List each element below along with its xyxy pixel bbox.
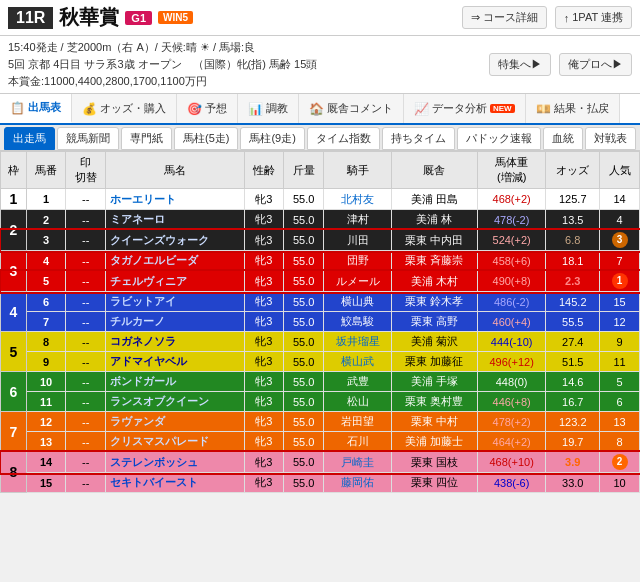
table-row: 712--ラヴァンダ牝355.0岩田望栗東 中村478(+2)123.213 <box>1 412 640 432</box>
horse-name[interactable]: クイーンズウォーク <box>106 230 244 251</box>
waku-cell: 2 <box>1 210 27 251</box>
subtab-matchup[interactable]: 対戦表 <box>585 127 636 150</box>
tab-prediction[interactable]: 🎯 予想 <box>177 94 238 123</box>
subtab-time-index[interactable]: タイム指数 <box>307 127 380 150</box>
win5-badge: WIN5 <box>158 11 193 24</box>
waku-cell: 8 <box>1 452 27 493</box>
horse-name[interactable]: ステレンボッシュ <box>106 452 244 473</box>
table-row: 3--クイーンズウォーク牝355.0川田栗東 中内田524(+2)6.83 <box>1 230 640 251</box>
race-line1: 15:40発走 / 芝2000m（右 A）/ 天候:晴 ☀ / 馬場:良 <box>8 40 317 55</box>
subtab-bloodline[interactable]: 血統 <box>543 127 583 150</box>
subtab-chart9[interactable]: 馬柱(9走) <box>240 127 304 150</box>
race-info-right: 特集へ▶ 俺プロへ▶ <box>489 53 632 76</box>
horse-name[interactable]: クリスマスパレード <box>106 432 244 452</box>
stable: 栗東 四位 <box>391 473 477 493</box>
weight: 55.0 <box>284 292 324 312</box>
horse-number: 12 <box>26 412 66 432</box>
horse-name[interactable]: チルカーノ <box>106 312 244 332</box>
horse-name[interactable]: ラヴァンダ <box>106 412 244 432</box>
horse-mark[interactable]: -- <box>66 230 106 251</box>
weight: 55.0 <box>284 392 324 412</box>
horse-name[interactable]: コガネノソラ <box>106 332 244 352</box>
course-detail-button[interactable]: ⇒ コース詳細 <box>462 6 547 29</box>
horse-name[interactable]: アドマイヤベル <box>106 352 244 372</box>
tab-stable-comment[interactable]: 🏠 厩舎コメント <box>299 94 404 123</box>
horse-mark[interactable]: -- <box>66 189 106 210</box>
odds: 51.5 <box>546 352 600 372</box>
horse-mark[interactable]: -- <box>66 271 106 292</box>
jockey[interactable]: 川田 <box>324 230 392 251</box>
jockey[interactable]: 藤岡佑 <box>324 473 392 493</box>
popular: 7 <box>600 251 640 271</box>
tab-odds-label: オッズ・購入 <box>100 101 166 116</box>
popular: 9 <box>600 332 640 352</box>
tab-odds[interactable]: 💰 オッズ・購入 <box>72 94 177 123</box>
jockey[interactable]: 松山 <box>324 392 392 412</box>
jockey[interactable]: 津村 <box>324 210 392 230</box>
table-row: 15--セキトバイースト牝355.0藤岡佑栗東 四位438(-6)33.010 <box>1 473 640 493</box>
profile-button[interactable]: 俺プロへ▶ <box>559 53 632 76</box>
horse-name[interactable]: タガノエルビーダ <box>106 251 244 271</box>
feature-button[interactable]: 特集へ▶ <box>489 53 551 76</box>
horse-name[interactable]: ミアネーロ <box>106 210 244 230</box>
sex-age: 牝3 <box>244 412 284 432</box>
horse-mark[interactable]: -- <box>66 292 106 312</box>
tab-data-analysis[interactable]: 📈 データ分析 NEW <box>404 94 526 123</box>
tab-training[interactable]: 📊 調教 <box>238 94 299 123</box>
jockey[interactable]: 団野 <box>324 251 392 271</box>
col-stable: 厩舎 <box>391 152 477 189</box>
horse-mark[interactable]: -- <box>66 332 106 352</box>
weight: 55.0 <box>284 412 324 432</box>
horse-number: 4 <box>26 251 66 271</box>
ipat-button[interactable]: ↑ 1PAT 連携 <box>555 6 632 29</box>
horse-mark[interactable]: -- <box>66 452 106 473</box>
horse-mark[interactable]: -- <box>66 412 106 432</box>
subtab-best-time[interactable]: 持ちタイム <box>382 127 455 150</box>
horse-mark[interactable]: -- <box>66 392 106 412</box>
stable: 栗東 加藤征 <box>391 352 477 372</box>
horse-name[interactable]: ラビットアイ <box>106 292 244 312</box>
body-weight: 446(+8) <box>477 392 545 412</box>
col-name: 馬名 <box>106 152 244 189</box>
horse-mark[interactable]: -- <box>66 372 106 392</box>
tab-results[interactable]: 💴 結果・払戻 <box>526 94 620 123</box>
horse-mark[interactable]: -- <box>66 432 106 452</box>
horse-mark[interactable]: -- <box>66 210 106 230</box>
jockey[interactable]: 岩田望 <box>324 412 392 432</box>
jockey[interactable]: 北村友 <box>324 189 392 210</box>
jockey[interactable]: 石川 <box>324 432 392 452</box>
weight: 55.0 <box>284 332 324 352</box>
jockey[interactable]: 武豊 <box>324 372 392 392</box>
tab-analysis-label: データ分析 <box>432 101 487 116</box>
horse-name[interactable]: ボンドガール <box>106 372 244 392</box>
sex-age: 牝3 <box>244 392 284 412</box>
subtab-paddock[interactable]: パドック速報 <box>457 127 541 150</box>
horse-name[interactable]: チェルヴィニア <box>106 271 244 292</box>
horse-name[interactable]: セキトバイースト <box>106 473 244 493</box>
jockey[interactable]: ルメール <box>324 271 392 292</box>
horse-mark[interactable]: -- <box>66 473 106 493</box>
subtab-specialist[interactable]: 専門紙 <box>121 127 172 150</box>
subtab-newspaper[interactable]: 競馬新聞 <box>57 127 119 150</box>
tab-race-card[interactable]: 📋 出馬表 <box>0 94 72 123</box>
subtab-runners[interactable]: 出走馬 <box>4 127 55 150</box>
popular: 1 <box>600 271 640 292</box>
jockey[interactable]: 鮫島駿 <box>324 312 392 332</box>
horse-number: 13 <box>26 432 66 452</box>
jockey[interactable]: 横山武 <box>324 352 392 372</box>
stable: 栗東 高野 <box>391 312 477 332</box>
body-weight: 490(+8) <box>477 271 545 292</box>
horse-mark[interactable]: -- <box>66 251 106 271</box>
jockey[interactable]: 坂井瑠星 <box>324 332 392 352</box>
horse-name[interactable]: ランスオブクイーン <box>106 392 244 412</box>
course-detail-label: コース詳細 <box>483 10 538 25</box>
horse-mark[interactable]: -- <box>66 352 106 372</box>
jockey[interactable]: 戸崎圭 <box>324 452 392 473</box>
horse-number: 8 <box>26 332 66 352</box>
weight: 55.0 <box>284 210 324 230</box>
subtab-chart5[interactable]: 馬柱(5走) <box>174 127 238 150</box>
horse-mark[interactable]: -- <box>66 312 106 332</box>
jockey[interactable]: 横山典 <box>324 292 392 312</box>
horse-name[interactable]: ホーエリート <box>106 189 244 210</box>
weight: 55.0 <box>284 352 324 372</box>
